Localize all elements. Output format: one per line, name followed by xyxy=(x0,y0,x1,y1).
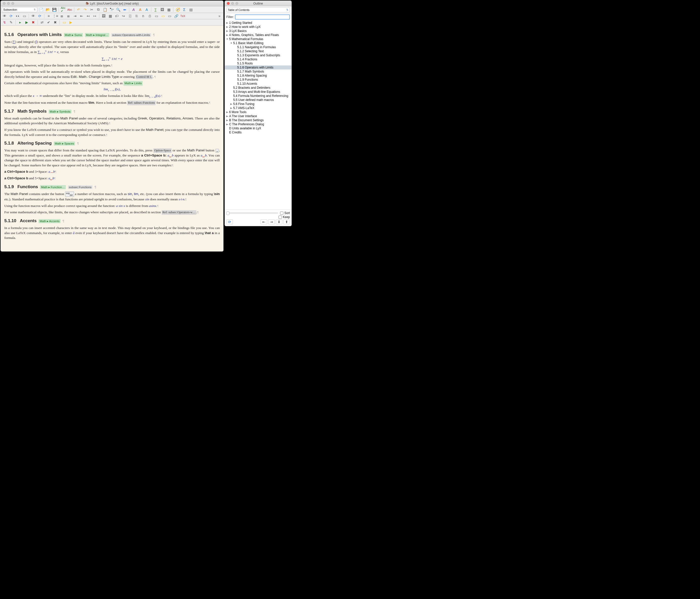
tree-item[interactable]: ▶6 More Tools xyxy=(225,110,292,114)
reject-all-icon[interactable]: ✖ xyxy=(52,20,58,25)
tree-item[interactable]: 5.1.4 Fractions xyxy=(225,57,292,62)
disclosure-right-icon[interactable]: ▶ xyxy=(230,107,233,109)
tree-item[interactable]: 5.3 Arrays and Multi-line Equations xyxy=(225,90,292,94)
next-note-icon[interactable]: ▶ xyxy=(68,20,74,25)
update-pdf-icon[interactable]: ⟳ xyxy=(37,14,43,19)
disclosure-right-icon[interactable]: ▶ xyxy=(226,30,229,32)
equation-display[interactable]: limx → ∞ f(x), xyxy=(4,87,220,92)
indent-icon[interactable]: ↦ xyxy=(92,14,98,19)
heading-5.1.10[interactable]: 5.1.10 Accents Math ▸ Accents ¶ xyxy=(4,218,220,223)
tree-item[interactable]: E Credits xyxy=(225,130,292,135)
tree-item[interactable]: D Units available in LyX xyxy=(225,126,292,130)
para[interactable]: a Ctrl+Space b and 5×Space: a␣b¶ xyxy=(4,176,220,181)
heading-5.1.7[interactable]: 5.1.7 Math Symbols Math ▸ Symbols ¶ xyxy=(4,109,220,114)
insert-margin-icon[interactable]: ▭ xyxy=(154,14,159,19)
tree-item[interactable]: 5.2 Brackets and Delimiters xyxy=(225,86,292,90)
heading-5.1.8[interactable]: 5.1.8 Altering Spacing Math ▸ Spaces ¶ xyxy=(4,141,220,146)
tree-item[interactable]: ▶A The User Interface xyxy=(225,114,292,118)
minimize-button[interactable] xyxy=(7,2,10,5)
para[interactable]: If you know the LaTeX-command for a cons… xyxy=(4,127,220,137)
insert-math-icon[interactable]: ∑ xyxy=(153,7,158,12)
para[interactable]: You may want to create spaces that diffe… xyxy=(4,148,220,168)
toggle-table-toolbar-icon[interactable]: ▤ xyxy=(188,7,194,12)
insert-hyperlink-icon[interactable]: 🔗 xyxy=(173,14,179,19)
label-inset[interactable]: subsec:Functions xyxy=(68,185,93,189)
para[interactable]: For some mathematical objects, like limi… xyxy=(4,210,220,215)
demote-icon[interactable]: ⇥ xyxy=(268,219,275,224)
view-icon[interactable]: 👁 xyxy=(2,14,7,19)
noun-icon[interactable]: A xyxy=(138,7,143,12)
show-changes-icon[interactable]: ✎ xyxy=(8,20,14,25)
label-inset[interactable]: subsec:Operators-with-Limits xyxy=(111,33,151,37)
tree-item[interactable]: ▶4 Notes, Graphics, Tables and Floats xyxy=(225,33,292,37)
tree-item[interactable]: ▶2 How to work with LyX xyxy=(225,25,292,29)
tree-item[interactable]: 5.1.1 Navigating in Formulas xyxy=(225,45,292,49)
index-inset[interactable]: Math ▸ Integral… xyxy=(85,33,109,37)
document-area[interactable]: 5.1.6 Operators with Limits Math ▸ Sums … xyxy=(1,26,223,251)
sort-checkbox[interactable] xyxy=(280,212,283,215)
view-other-icon[interactable]: ▭ xyxy=(22,14,27,19)
insert-box-icon[interactable]: ▭ xyxy=(167,14,172,19)
list-icon[interactable]: ≣ xyxy=(59,14,65,19)
keep-checkbox[interactable] xyxy=(278,216,282,219)
index-inset[interactable]: Math ▸ Sums xyxy=(64,33,83,37)
navigate-back-icon[interactable]: ⬅ xyxy=(122,7,127,12)
undo-icon[interactable]: ↶ xyxy=(76,7,81,12)
save-doc-icon[interactable]: 💾 xyxy=(51,7,57,12)
heading-5.1.9[interactable]: 5.1.9 Functions Math ▸ Function… subsec:… xyxy=(4,184,220,189)
tree-item[interactable]: 5.1.5 Roots xyxy=(225,62,292,66)
move-up-icon[interactable]: ⬆ xyxy=(283,219,290,224)
disclosure-down-icon[interactable]: ▼ xyxy=(230,42,233,44)
refresh-outline-icon[interactable]: ⟳ xyxy=(226,219,233,224)
para[interactable]: Note that the lim-function was entered a… xyxy=(4,100,220,105)
find-replace-icon[interactable]: 🔭 xyxy=(109,7,114,12)
decrease-depth-icon[interactable]: ⇤ xyxy=(79,14,84,19)
tex-code-icon[interactable]: TᴇX xyxy=(180,14,185,19)
copy-icon[interactable]: ⧉ xyxy=(96,7,101,12)
accept-change-icon[interactable]: ▶ xyxy=(24,20,29,25)
insert-footnote-icon[interactable]: ⎙ xyxy=(147,14,153,19)
tree-item[interactable]: ▶5.6 Fine-Tuning xyxy=(225,102,292,106)
insert-citation-icon[interactable]: ⍃ xyxy=(127,14,133,19)
heading-5.1.6[interactable]: 5.1.6 Operators with Limits Math ▸ Sums … xyxy=(4,32,220,37)
para[interactable]: Integral signs, however, will place the … xyxy=(4,63,220,68)
disclosure-right-icon[interactable]: ▶ xyxy=(226,34,229,36)
tree-item[interactable]: ▶1 Getting Started xyxy=(225,21,292,25)
insert-note2-icon[interactable]: ▭ xyxy=(61,20,67,25)
view-master-icon[interactable]: 👀 xyxy=(15,14,21,19)
toolbar-overflow-icon[interactable]: » xyxy=(217,14,222,19)
disclosure-right-icon[interactable]: ▶ xyxy=(226,123,229,125)
para[interactable]: Sum (∑) and integral (∫) operators are v… xyxy=(4,39,220,55)
insert-table-icon[interactable]: ▦ xyxy=(166,7,172,12)
tree-item[interactable]: 5.4 Formula Numbering and Referencing xyxy=(225,94,292,98)
outdent-icon[interactable]: ↤ xyxy=(85,14,91,19)
para[interactable]: All operators with limits will be automa… xyxy=(4,69,220,79)
tree-item[interactable]: 5.1.7 Math Symbols xyxy=(225,70,292,74)
insert-figure-float-icon[interactable]: 🖼 xyxy=(101,14,106,19)
next-change-icon[interactable]: ▸ xyxy=(17,20,23,25)
tree-item[interactable]: 5.1.10 Accents xyxy=(225,82,292,86)
insert-note-icon[interactable]: ▭ xyxy=(160,14,166,19)
toggle-math-toolbar-icon[interactable]: Σ xyxy=(181,7,187,12)
disclosure-right-icon[interactable]: ▶ xyxy=(226,115,229,117)
equation-display[interactable]: ∑n = 0∞ 1/n! = e xyxy=(4,56,220,61)
paragraph-style-dropdown[interactable]: Subsection ⇅ xyxy=(2,7,37,12)
increase-depth-icon[interactable]: ⇥ xyxy=(72,14,78,19)
crossref-inset[interactable]: Ref: subsec:Operators-w… xyxy=(162,210,196,215)
spellcheck-icon[interactable]: Abc✔ xyxy=(60,7,66,12)
tree-item[interactable]: 5.1.8 Altering Spacing xyxy=(225,74,292,78)
index-inset[interactable]: Math ▸ Limits xyxy=(123,81,143,86)
index-inset[interactable]: Math ▸ Function… xyxy=(40,185,66,189)
para[interactable]: Certain other mathematical expressions a… xyxy=(4,81,220,86)
tree-item[interactable]: 5.1.3 Exponents and Subscripts xyxy=(225,53,292,57)
numbered-list-icon[interactable]: ≡ xyxy=(46,14,51,19)
tree-item[interactable]: ▼5.1 Basic Math Editing xyxy=(225,41,292,45)
redo-icon[interactable]: ↷ xyxy=(82,7,88,12)
index-inset[interactable]: Math ▸ Spaces xyxy=(54,142,75,146)
spellcheck-continuous-icon[interactable]: Abc xyxy=(67,7,73,12)
filter-input[interactable] xyxy=(235,15,290,20)
update-icon[interactable]: ⟳ xyxy=(8,14,14,19)
toggle-outline-icon[interactable]: 🧭 xyxy=(175,7,180,12)
tree-item[interactable]: ▶3 LyX Basics xyxy=(225,29,292,33)
accept-all-icon[interactable]: ✔ xyxy=(46,20,51,25)
